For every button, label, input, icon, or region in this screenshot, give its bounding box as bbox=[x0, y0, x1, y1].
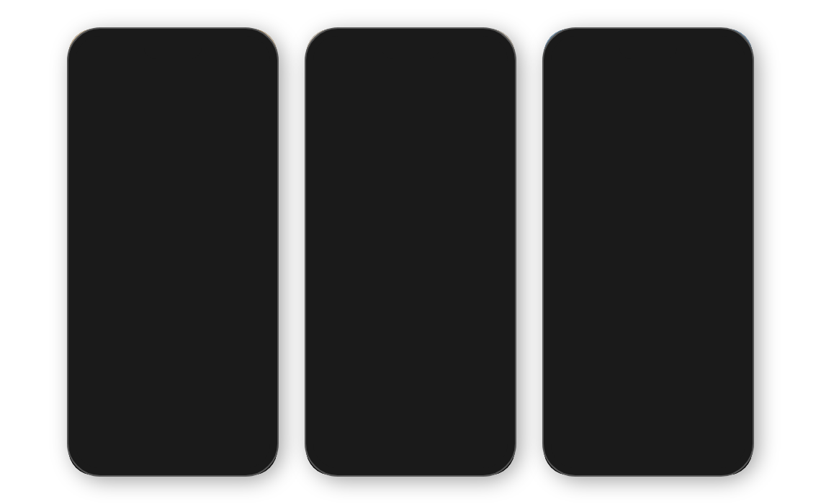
comment-icon-2: 💬 bbox=[485, 292, 509, 316]
shorts-icon-3: ▶ bbox=[601, 443, 611, 459]
subscriptions-label-1: Subscriptions bbox=[195, 460, 234, 467]
wifi-icon-1: ▲ bbox=[244, 36, 251, 43]
camera-icon-2[interactable]: ⊡ bbox=[497, 48, 506, 62]
dislike-label-3: Dislike bbox=[723, 275, 746, 283]
status-bar-1: 10:00 ▲ bbox=[68, 35, 277, 45]
battery-icon-1 bbox=[253, 37, 266, 43]
share-icon-2: ↗ bbox=[485, 334, 509, 359]
library-icon-1: ▤ bbox=[251, 443, 263, 459]
like-icon-3: 👍 bbox=[722, 207, 747, 231]
dislike-button-3[interactable]: 👎 Dislike bbox=[722, 249, 747, 283]
time-1: 10:00 bbox=[80, 35, 102, 45]
analytics-icon-2[interactable] bbox=[487, 376, 507, 389]
signal-icon-1 bbox=[234, 36, 242, 43]
comment-count-3: 21K bbox=[728, 318, 741, 325]
home-icon-1: ⌂ bbox=[86, 443, 94, 458]
camera-icon-3[interactable]: ⊡ bbox=[735, 48, 744, 61]
nav-home-3[interactable]: ⌂ Home bbox=[544, 443, 586, 467]
battery-icon-3 bbox=[728, 37, 741, 43]
dislike-button-1[interactable]: 👎 Dislike bbox=[247, 292, 272, 325]
nav-subscriptions-3[interactable]: ☰ Subscriptions bbox=[669, 443, 711, 467]
nav-home-1[interactable]: ⌂ Home bbox=[68, 443, 110, 467]
phone-2: VaselineHEALING JELLY 10:50 ▲ bbox=[306, 29, 515, 475]
subscriptions-label-3: Subscriptions bbox=[670, 460, 709, 467]
dislike-label-2: Dislike bbox=[485, 275, 508, 283]
like-count-3: 1.2M bbox=[727, 233, 743, 240]
time-2: 10:50 bbox=[384, 35, 406, 45]
signal-icon-3 bbox=[709, 36, 717, 43]
nav-subscriptions-1[interactable]: ☰ Subscriptions bbox=[194, 443, 235, 467]
home-icon-3: ⌂ bbox=[561, 443, 569, 458]
subscriptions-icon-3: ☰ bbox=[684, 443, 696, 459]
shorts-label-1: Shorts bbox=[122, 460, 140, 467]
nav-shorts-1[interactable]: ▶ Shorts bbox=[110, 443, 152, 467]
signal-icon-2 bbox=[472, 36, 480, 43]
nav-shorts-3[interactable]: ▶ Shorts bbox=[586, 443, 627, 467]
tiktok-logo-3: TikTok bbox=[551, 56, 575, 65]
like-count-1: 26K bbox=[253, 275, 266, 283]
channel-name-1: Family Fizz bbox=[100, 412, 125, 429]
subscribe-button-3[interactable]: SUBSCRIBE bbox=[697, 415, 745, 426]
nav-add-3[interactable]: + bbox=[627, 446, 669, 464]
bottom-nav-3: ⌂ Home ▶ Shorts + ☰ Subscriptions ▤ Libr… bbox=[544, 433, 753, 475]
share-label-3: Share bbox=[726, 360, 743, 367]
dog-text-overlay-3: It is so unexpected when a sweet well be… bbox=[552, 79, 717, 147]
analytics-icon-3[interactable] bbox=[724, 376, 745, 389]
wifi-icon-3: ▲ bbox=[719, 36, 726, 43]
like-icon-2: 👍 bbox=[485, 207, 509, 231]
nav-home-android[interactable]: ○ bbox=[407, 454, 413, 466]
sub-caption-1: Showing our family's past Halloween cost… bbox=[125, 412, 267, 428]
vaseline-caption: Vaseline to your face bbox=[315, 219, 447, 243]
share-button-2[interactable]: ↗ Share bbox=[485, 334, 509, 367]
dislike-label-1: Dislike bbox=[248, 318, 271, 325]
dislike-icon-1: 👎 bbox=[247, 292, 272, 316]
home-label-3: Home bbox=[556, 459, 573, 467]
channel-avatar-2 bbox=[313, 408, 333, 428]
share-button-3[interactable]: ↗ Share bbox=[722, 334, 747, 367]
like-icon-1: 👍 bbox=[247, 249, 272, 274]
nav-library-1[interactable]: ▤ Library bbox=[235, 443, 277, 467]
add-icon-3: + bbox=[635, 446, 661, 464]
comment-button-3[interactable]: 💬 21K bbox=[722, 292, 747, 325]
add-icon-1: + bbox=[160, 446, 186, 464]
channel-avatar-3 bbox=[551, 410, 571, 431]
top-controls-2: ← ⊡ bbox=[306, 48, 515, 63]
back-button-2[interactable]: ← bbox=[315, 48, 328, 63]
shorts-label-3: Shorts bbox=[597, 460, 616, 467]
nav-recents-android[interactable]: □ bbox=[477, 455, 483, 465]
phone-screen-1: 10:00 ▲ ⊡ ••• 👍 bbox=[68, 29, 277, 475]
shorts-icon-1: ▶ bbox=[126, 443, 136, 459]
share-label-1: Share bbox=[251, 360, 268, 367]
status-bar-2: 10:50 ▲ bbox=[306, 35, 515, 45]
dislike-button-2[interactable]: 👎 Dislike bbox=[485, 249, 509, 283]
family-overlay bbox=[68, 29, 277, 292]
share-button-1[interactable]: ↗ Share bbox=[247, 334, 272, 367]
phone-screen-2: VaselineHEALING JELLY 10:50 ▲ bbox=[306, 29, 515, 475]
top-controls-1: ⊡ bbox=[68, 48, 277, 61]
comment-icon-3: 💬 bbox=[722, 292, 747, 316]
comment-count-2: 640 bbox=[491, 318, 503, 325]
camera-icon-1[interactable]: ⊡ bbox=[259, 48, 269, 61]
library-label-1: Library bbox=[246, 460, 266, 467]
library-icon-3: ▤ bbox=[726, 443, 738, 459]
phone-1: 10:00 ▲ ⊡ ••• 👍 bbox=[68, 29, 277, 475]
channel-avatar-1 bbox=[76, 410, 96, 431]
like-button-3[interactable]: 👍 1.2M bbox=[722, 207, 747, 240]
analytics-icon-1[interactable] bbox=[249, 376, 269, 389]
share-icon-3: ↗ bbox=[722, 334, 747, 359]
phone-screen-3: 9:59 ▲ ⊡ TikTok It is so unexpect bbox=[544, 29, 753, 475]
side-actions-2: 👍 10K 👎 Dislike 💬 640 ↗ Share bbox=[485, 207, 509, 389]
comment-button-2[interactable]: 💬 640 bbox=[485, 292, 509, 325]
nav-back-android[interactable]: ‹ bbox=[338, 454, 342, 467]
like-button-2[interactable]: 👍 10K bbox=[485, 207, 509, 240]
nav-library-3[interactable]: ▤ Library bbox=[711, 443, 753, 467]
status-icons-2: ▲ bbox=[472, 36, 503, 43]
status-icons-3: ▲ bbox=[709, 36, 741, 43]
android-nav-2: ‹ ○ □ bbox=[306, 445, 515, 475]
library-label-3: Library bbox=[722, 460, 742, 467]
more-dots-1[interactable]: ••• bbox=[258, 230, 270, 243]
nav-add-1[interactable]: + bbox=[152, 446, 194, 464]
home-label-1: Home bbox=[81, 459, 98, 467]
wifi-icon-2: ▲ bbox=[482, 36, 488, 43]
like-button-1[interactable]: 👍 26K bbox=[247, 249, 272, 283]
